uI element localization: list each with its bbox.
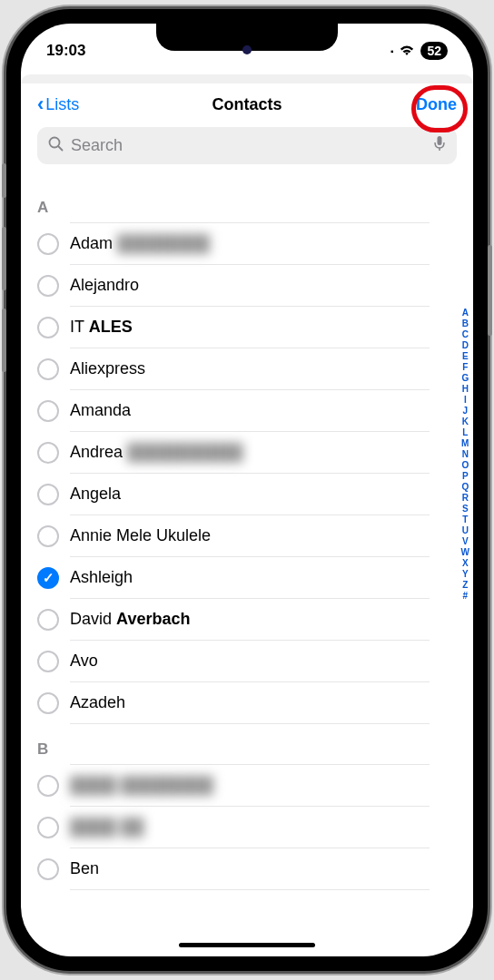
power-button: [488, 245, 492, 336]
index-letter[interactable]: D: [462, 340, 469, 350]
index-letter[interactable]: H: [462, 384, 469, 394]
contact-row[interactable]: Azadeh: [70, 682, 430, 724]
status-time: 19:03: [46, 42, 85, 60]
index-letter[interactable]: O: [461, 460, 469, 470]
contact-checkbox[interactable]: [37, 609, 59, 631]
svg-line-1: [58, 146, 63, 151]
index-letter[interactable]: M: [461, 438, 469, 448]
volume-down-button: [2, 309, 6, 372]
contact-name: Azadeh: [70, 693, 125, 712]
contact-checkbox[interactable]: [37, 275, 59, 297]
contact-checkbox[interactable]: [37, 358, 59, 380]
index-letter[interactable]: Q: [461, 482, 469, 492]
index-letter[interactable]: T: [462, 514, 468, 524]
index-bar[interactable]: ABCDEFGHIJKLMNOPQRSTUVWXYZ#: [461, 308, 469, 601]
search-input[interactable]: [71, 136, 426, 155]
contact-checkbox[interactable]: [37, 525, 59, 547]
contact-row[interactable]: Ashleigh: [70, 557, 430, 599]
contact-checkbox[interactable]: [37, 400, 59, 422]
contact-row[interactable]: David Averbach: [70, 599, 430, 641]
contacts-list: AAdam ████████AlejandroIT ALESAliexpress…: [21, 172, 473, 890]
contact-row[interactable]: Annie Mele Ukulele: [70, 515, 430, 557]
contact-checkbox[interactable]: [37, 775, 59, 797]
index-letter[interactable]: I: [464, 395, 467, 405]
index-letter[interactable]: F: [462, 362, 468, 372]
contact-name: ████ ██: [70, 818, 144, 837]
contact-row[interactable]: Adam ████████: [70, 222, 430, 265]
contact-name: Annie Mele Ukulele: [70, 526, 211, 545]
contact-name: David Averbach: [70, 610, 190, 629]
contact-name: Amanda: [70, 401, 131, 420]
contact-row[interactable]: Alejandro: [70, 265, 430, 307]
contact-checkbox[interactable]: [37, 484, 59, 505]
index-letter[interactable]: A: [462, 308, 469, 318]
cellular-icon: ▪: [390, 46, 394, 56]
index-letter[interactable]: U: [462, 525, 469, 535]
phone-frame: 19:03 ▪ 52 ‹ Lists Contacts Done: [6, 9, 488, 971]
contact-checkbox[interactable]: [37, 858, 59, 880]
contact-row[interactable]: IT ALES: [70, 307, 430, 348]
list-container[interactable]: AAdam ████████AlejandroIT ALESAliexpress…: [21, 172, 473, 948]
silent-switch: [2, 163, 6, 198]
index-letter[interactable]: Z: [462, 580, 468, 590]
camera-dot: [242, 45, 252, 54]
svg-rect-2: [438, 136, 442, 145]
chevron-left-icon: ‹: [37, 93, 44, 116]
home-indicator[interactable]: [179, 943, 315, 947]
back-label: Lists: [45, 95, 79, 114]
contact-name: Angela: [70, 485, 121, 504]
contact-checkbox[interactable]: [37, 651, 59, 672]
contact-name: Alejandro: [70, 276, 139, 295]
index-letter[interactable]: #: [462, 591, 468, 601]
contact-checkbox[interactable]: [37, 817, 59, 838]
section-header: A: [37, 182, 473, 222]
sheet-handle: [21, 74, 473, 83]
volume-up-button: [2, 227, 6, 290]
contact-row[interactable]: ████ ████████: [70, 764, 430, 807]
index-letter[interactable]: E: [462, 351, 469, 361]
contact-checkbox[interactable]: [37, 317, 59, 338]
index-letter[interactable]: W: [461, 547, 469, 557]
index-letter[interactable]: L: [462, 427, 468, 437]
contact-checkbox[interactable]: [37, 442, 59, 464]
mic-icon[interactable]: [433, 135, 446, 156]
done-button[interactable]: Done: [416, 95, 457, 114]
contact-row[interactable]: ████ ██: [70, 807, 430, 848]
contact-name: ████ ████████: [70, 776, 213, 795]
contact-name: Ben: [70, 859, 99, 878]
section-header: B: [37, 724, 473, 764]
index-letter[interactable]: V: [462, 536, 469, 546]
index-letter[interactable]: J: [462, 406, 468, 416]
contact-name: Ashleigh: [70, 568, 133, 587]
wifi-icon: [399, 44, 415, 57]
back-button[interactable]: ‹ Lists: [37, 93, 79, 116]
contact-row[interactable]: Avo: [70, 641, 430, 682]
index-letter[interactable]: G: [461, 373, 469, 383]
index-letter[interactable]: P: [462, 471, 469, 481]
index-letter[interactable]: Y: [462, 569, 469, 579]
contact-row[interactable]: Ben: [70, 848, 430, 890]
contact-name: Andrea ██████████: [70, 443, 243, 462]
contact-name: Avo: [70, 652, 98, 671]
search-bar[interactable]: [37, 127, 457, 164]
battery-badge: 52: [420, 42, 448, 60]
contact-row[interactable]: Amanda: [70, 390, 430, 432]
index-letter[interactable]: K: [462, 416, 469, 426]
contact-name: Aliexpress: [70, 359, 145, 378]
index-letter[interactable]: C: [462, 329, 469, 339]
index-letter[interactable]: B: [462, 318, 469, 328]
index-letter[interactable]: X: [462, 558, 469, 568]
contact-checkbox[interactable]: [37, 233, 59, 255]
contact-checkbox[interactable]: [37, 692, 59, 714]
page-title: Contacts: [212, 95, 282, 114]
index-letter[interactable]: R: [462, 493, 469, 503]
contact-checkbox[interactable]: [37, 567, 59, 589]
phone-screen: 19:03 ▪ 52 ‹ Lists Contacts Done: [21, 24, 473, 956]
contact-row[interactable]: Aliexpress: [70, 348, 430, 390]
index-letter[interactable]: S: [462, 504, 469, 514]
contact-row[interactable]: Andrea ██████████: [70, 432, 430, 474]
nav-bar: ‹ Lists Contacts Done: [21, 83, 473, 127]
index-letter[interactable]: N: [462, 449, 469, 459]
contact-row[interactable]: Angela: [70, 474, 430, 515]
contact-name: Adam ████████: [70, 234, 210, 253]
